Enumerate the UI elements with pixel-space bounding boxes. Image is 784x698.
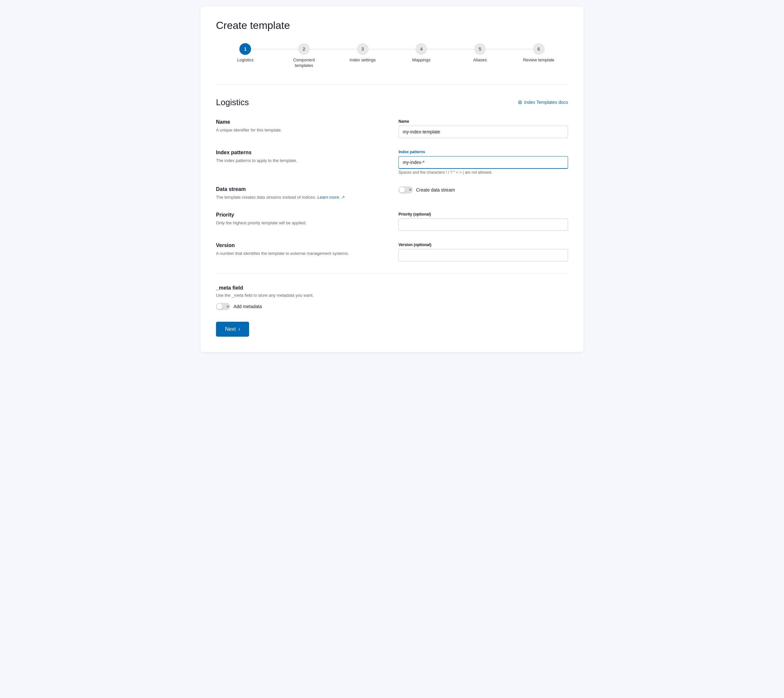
index-patterns-hint: Spaces and the characters \ / ? " < > | … [399,170,568,174]
version-input[interactable] [399,249,568,261]
stepper: 1 Logistics 2 Componenttemplates 3 Index… [216,43,568,69]
name-right: Name [396,119,568,138]
meta-toggle-label: Add metadata [234,304,262,309]
priority-section-desc: Only the highest priority template will … [216,220,375,226]
step-circle-5: 5 [474,43,486,55]
name-form-row: Name A unique identifier for this templa… [216,119,568,138]
page-title: Create template [216,20,568,31]
meta-section-desc: Use the _meta field to store any metadat… [216,293,568,298]
next-button[interactable]: Next › [216,322,249,337]
meta-section: _meta field Use the _meta field to store… [216,273,568,310]
meta-section-title: _meta field [216,285,568,291]
name-section-desc: A unique identifier for this template. [216,127,375,133]
step-label-index-settings: Index settings [350,58,376,63]
meta-toggle-row: ✕ Add metadata [216,303,568,310]
step-label-aliases: Aliases [473,58,487,63]
version-field-label: Version (optional) [399,242,568,247]
step-index-settings: 3 Index settings [333,43,392,63]
step-label-logistics: Logistics [237,58,254,63]
page-container: Create template 1 Logistics 2 Componentt… [200,7,584,352]
data-stream-section-title: Data stream [216,186,375,192]
version-section-title: Version [216,242,375,249]
priority-left: Priority Only the highest priority templ… [216,212,388,231]
step-mappings: 4 Mappings [392,43,451,63]
version-left: Version A number that identifies the tem… [216,242,388,261]
data-stream-toggle-row: ✕ Create data stream [399,186,568,194]
step-circle-1: 1 [239,43,251,55]
step-review-template: 6 Review template [509,43,568,63]
index-patterns-form-row: Index patterns The index patterns to app… [216,150,568,174]
step-label-mappings: Mappings [412,58,430,63]
meta-toggle[interactable]: ✕ [216,303,230,310]
version-right: Version (optional) [396,242,568,261]
step-component-templates: 2 Componenttemplates [275,43,334,69]
step-label-component-templates: Componenttemplates [293,58,315,69]
step-aliases: 5 Aliases [451,43,510,63]
data-stream-left: Data stream The template creates data st… [216,186,388,201]
index-patterns-field-label: Index patterns [399,150,568,154]
section-divider [216,84,568,84]
docs-link-text: Index Templates docs [524,100,568,105]
name-field-label: Name [399,119,568,124]
logistics-section-title: Logistics [216,97,249,107]
index-patterns-section-title: Index patterns [216,150,375,155]
data-stream-learn-more[interactable]: Learn more. ↗ [317,195,345,200]
toggle-knob [399,187,405,193]
priority-field-label: Priority (optional) [399,212,568,217]
meta-toggle-knob [217,303,222,309]
next-button-arrow-icon: › [238,326,240,332]
priority-section-title: Priority [216,212,375,218]
name-left: Name A unique identifier for this templa… [216,119,388,138]
data-stream-toggle-label: Create data stream [416,187,455,193]
name-input[interactable] [399,126,568,138]
logistics-header: Logistics ⚙ Index Templates docs [216,97,568,107]
priority-right: Priority (optional) [396,212,568,231]
priority-input[interactable] [399,219,568,231]
index-patterns-right: Index patterns Spaces and the characters… [396,150,568,174]
index-patterns-input[interactable] [399,156,568,169]
version-section-desc: A number that identifies the template to… [216,250,375,257]
index-patterns-left: Index patterns The index patterns to app… [216,150,388,174]
step-circle-2: 2 [298,43,310,55]
step-label-review-template: Review template [523,58,554,63]
docs-link[interactable]: ⚙ Index Templates docs [518,99,568,105]
data-stream-toggle[interactable]: ✕ [399,186,413,194]
step-logistics: 1 Logistics [216,43,275,63]
priority-form-row: Priority Only the highest priority templ… [216,212,568,231]
index-patterns-section-desc: The index patterns to apply to the templ… [216,158,375,164]
data-stream-form-row: Data stream The template creates data st… [216,186,568,201]
name-section-title: Name [216,119,375,125]
data-stream-section-desc: The template creates data streams instea… [216,194,375,201]
step-circle-6: 6 [533,43,545,55]
step-circle-3: 3 [357,43,369,55]
next-button-label: Next [225,326,236,332]
version-form-row: Version A number that identifies the tem… [216,242,568,261]
data-stream-right: ✕ Create data stream [396,186,568,201]
step-circle-4: 4 [415,43,427,55]
docs-link-icon: ⚙ [518,99,522,105]
